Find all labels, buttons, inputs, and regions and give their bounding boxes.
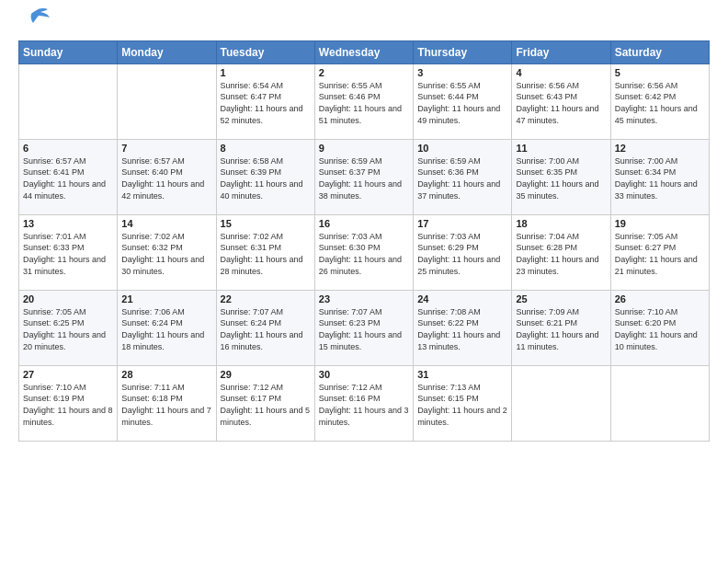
cell-content: Sunrise: 7:08 AMSunset: 6:22 PMDaylight:… bbox=[417, 307, 500, 351]
cell-content: Sunrise: 6:58 AMSunset: 6:39 PMDaylight:… bbox=[221, 156, 303, 201]
calendar-cell: 14Sunrise: 7:02 AMSunset: 6:32 PMDayligh… bbox=[118, 214, 216, 290]
calendar-cell: 24Sunrise: 7:08 AMSunset: 6:22 PMDayligh… bbox=[414, 290, 512, 365]
calendar-cell: 25Sunrise: 7:09 AMSunset: 6:21 PMDayligh… bbox=[512, 290, 610, 365]
calendar-page: SundayMondayTuesdayWednesdayThursdayFrid… bbox=[0, 0, 728, 563]
day-number: 6 bbox=[23, 143, 113, 154]
cell-content: Sunrise: 7:00 AMSunset: 6:35 PMDaylight:… bbox=[516, 156, 598, 201]
cell-content: Sunrise: 6:57 AMSunset: 6:40 PMDaylight:… bbox=[121, 156, 204, 201]
day-number: 8 bbox=[221, 143, 311, 154]
cell-content: Sunrise: 6:55 AMSunset: 6:46 PMDaylight:… bbox=[319, 81, 402, 125]
day-number: 27 bbox=[23, 369, 113, 380]
calendar-cell: 10Sunrise: 6:59 AMSunset: 6:36 PMDayligh… bbox=[414, 139, 512, 214]
day-number: 1 bbox=[221, 67, 311, 78]
cell-content: Sunrise: 7:05 AMSunset: 6:25 PMDaylight:… bbox=[23, 307, 106, 351]
calendar-cell: 2Sunrise: 6:55 AMSunset: 6:46 PMDaylight… bbox=[314, 63, 413, 139]
cell-content: Sunrise: 7:09 AMSunset: 6:21 PMDaylight:… bbox=[516, 307, 598, 351]
calendar-cell bbox=[118, 63, 216, 139]
cell-content: Sunrise: 7:00 AMSunset: 6:34 PMDaylight:… bbox=[615, 156, 698, 201]
calendar-cell: 11Sunrise: 7:00 AMSunset: 6:35 PMDayligh… bbox=[512, 139, 610, 214]
cell-content: Sunrise: 6:54 AMSunset: 6:47 PMDaylight:… bbox=[221, 81, 303, 125]
cell-content: Sunrise: 6:56 AMSunset: 6:42 PMDaylight:… bbox=[615, 81, 698, 125]
calendar-cell: 4Sunrise: 6:56 AMSunset: 6:43 PMDaylight… bbox=[512, 63, 610, 139]
cell-content: Sunrise: 6:55 AMSunset: 6:44 PMDaylight:… bbox=[417, 81, 500, 125]
calendar-cell: 16Sunrise: 7:03 AMSunset: 6:30 PMDayligh… bbox=[314, 214, 413, 290]
day-number: 4 bbox=[516, 67, 606, 78]
day-number: 23 bbox=[319, 293, 409, 304]
calendar-cell: 17Sunrise: 7:03 AMSunset: 6:29 PMDayligh… bbox=[414, 214, 512, 290]
calendar-table: SundayMondayTuesdayWednesdayThursdayFrid… bbox=[18, 40, 710, 442]
cell-content: Sunrise: 7:05 AMSunset: 6:27 PMDaylight:… bbox=[615, 232, 698, 276]
calendar-header-monday: Monday bbox=[118, 40, 216, 63]
calendar-cell bbox=[512, 365, 610, 441]
day-number: 24 bbox=[417, 293, 507, 304]
day-number: 3 bbox=[417, 67, 507, 78]
calendar-cell bbox=[19, 63, 118, 139]
calendar-header-wednesday: Wednesday bbox=[314, 40, 413, 63]
day-number: 10 bbox=[417, 143, 507, 154]
calendar-cell: 23Sunrise: 7:07 AMSunset: 6:23 PMDayligh… bbox=[314, 290, 413, 365]
cell-content: Sunrise: 7:07 AMSunset: 6:23 PMDaylight:… bbox=[319, 307, 402, 351]
calendar-header-row: SundayMondayTuesdayWednesdayThursdayFrid… bbox=[19, 40, 710, 63]
calendar-cell bbox=[610, 365, 709, 441]
calendar-cell: 22Sunrise: 7:07 AMSunset: 6:24 PMDayligh… bbox=[216, 290, 314, 365]
calendar-cell: 8Sunrise: 6:58 AMSunset: 6:39 PMDaylight… bbox=[216, 139, 314, 214]
calendar-header-friday: Friday bbox=[512, 40, 610, 63]
cell-content: Sunrise: 6:57 AMSunset: 6:41 PMDaylight:… bbox=[23, 156, 106, 201]
cell-content: Sunrise: 7:01 AMSunset: 6:33 PMDaylight:… bbox=[23, 232, 106, 276]
day-number: 31 bbox=[417, 369, 507, 380]
day-number: 7 bbox=[121, 143, 211, 154]
calendar-week-1: 1Sunrise: 6:54 AMSunset: 6:47 PMDaylight… bbox=[19, 63, 710, 139]
cell-content: Sunrise: 6:59 AMSunset: 6:37 PMDaylight:… bbox=[319, 156, 402, 201]
calendar-cell: 26Sunrise: 7:10 AMSunset: 6:20 PMDayligh… bbox=[610, 290, 709, 365]
calendar-cell: 29Sunrise: 7:12 AMSunset: 6:17 PMDayligh… bbox=[216, 365, 314, 441]
day-number: 9 bbox=[319, 143, 409, 154]
day-number: 25 bbox=[516, 293, 606, 304]
calendar-week-2: 6Sunrise: 6:57 AMSunset: 6:41 PMDaylight… bbox=[19, 139, 710, 214]
day-number: 2 bbox=[319, 67, 409, 78]
day-number: 21 bbox=[121, 293, 211, 304]
calendar-cell: 6Sunrise: 6:57 AMSunset: 6:41 PMDaylight… bbox=[19, 139, 118, 214]
calendar-cell: 31Sunrise: 7:13 AMSunset: 6:15 PMDayligh… bbox=[414, 365, 512, 441]
day-number: 29 bbox=[221, 369, 311, 380]
calendar-header-thursday: Thursday bbox=[414, 40, 512, 63]
day-number: 15 bbox=[221, 218, 311, 229]
cell-content: Sunrise: 7:13 AMSunset: 6:15 PMDaylight:… bbox=[417, 383, 507, 427]
cell-content: Sunrise: 6:56 AMSunset: 6:43 PMDaylight:… bbox=[516, 81, 598, 125]
calendar-cell: 21Sunrise: 7:06 AMSunset: 6:24 PMDayligh… bbox=[118, 290, 216, 365]
calendar-cell: 15Sunrise: 7:02 AMSunset: 6:31 PMDayligh… bbox=[216, 214, 314, 290]
calendar-cell: 20Sunrise: 7:05 AMSunset: 6:25 PMDayligh… bbox=[19, 290, 118, 365]
calendar-cell: 18Sunrise: 7:04 AMSunset: 6:28 PMDayligh… bbox=[512, 214, 610, 290]
day-number: 13 bbox=[23, 218, 113, 229]
day-number: 16 bbox=[319, 218, 409, 229]
calendar-week-3: 13Sunrise: 7:01 AMSunset: 6:33 PMDayligh… bbox=[19, 214, 710, 290]
calendar-cell: 1Sunrise: 6:54 AMSunset: 6:47 PMDaylight… bbox=[216, 63, 314, 139]
calendar-cell: 7Sunrise: 6:57 AMSunset: 6:40 PMDaylight… bbox=[118, 139, 216, 214]
cell-content: Sunrise: 7:12 AMSunset: 6:17 PMDaylight:… bbox=[221, 383, 311, 427]
cell-content: Sunrise: 6:59 AMSunset: 6:36 PMDaylight:… bbox=[417, 156, 500, 201]
calendar-cell: 12Sunrise: 7:00 AMSunset: 6:34 PMDayligh… bbox=[610, 139, 709, 214]
calendar-header-tuesday: Tuesday bbox=[216, 40, 314, 63]
calendar-week-5: 27Sunrise: 7:10 AMSunset: 6:19 PMDayligh… bbox=[19, 365, 710, 441]
day-number: 14 bbox=[121, 218, 211, 229]
header bbox=[18, 15, 710, 33]
cell-content: Sunrise: 7:06 AMSunset: 6:24 PMDaylight:… bbox=[121, 307, 204, 351]
logo-bird-icon bbox=[20, 6, 50, 32]
day-number: 11 bbox=[516, 143, 606, 154]
cell-content: Sunrise: 7:10 AMSunset: 6:20 PMDaylight:… bbox=[615, 307, 698, 351]
day-number: 22 bbox=[221, 293, 311, 304]
cell-content: Sunrise: 7:12 AMSunset: 6:16 PMDaylight:… bbox=[319, 383, 409, 427]
calendar-cell: 30Sunrise: 7:12 AMSunset: 6:16 PMDayligh… bbox=[314, 365, 413, 441]
calendar-cell: 5Sunrise: 6:56 AMSunset: 6:42 PMDaylight… bbox=[610, 63, 709, 139]
cell-content: Sunrise: 7:02 AMSunset: 6:31 PMDaylight:… bbox=[221, 232, 303, 276]
cell-content: Sunrise: 7:03 AMSunset: 6:29 PMDaylight:… bbox=[417, 232, 500, 276]
day-number: 18 bbox=[516, 218, 606, 229]
cell-content: Sunrise: 7:04 AMSunset: 6:28 PMDaylight:… bbox=[516, 232, 598, 276]
day-number: 5 bbox=[615, 67, 705, 78]
calendar-cell: 19Sunrise: 7:05 AMSunset: 6:27 PMDayligh… bbox=[610, 214, 709, 290]
day-number: 30 bbox=[319, 369, 409, 380]
day-number: 26 bbox=[615, 293, 705, 304]
calendar-week-4: 20Sunrise: 7:05 AMSunset: 6:25 PMDayligh… bbox=[19, 290, 710, 365]
calendar-cell: 28Sunrise: 7:11 AMSunset: 6:18 PMDayligh… bbox=[118, 365, 216, 441]
day-number: 17 bbox=[417, 218, 507, 229]
calendar-cell: 27Sunrise: 7:10 AMSunset: 6:19 PMDayligh… bbox=[19, 365, 118, 441]
